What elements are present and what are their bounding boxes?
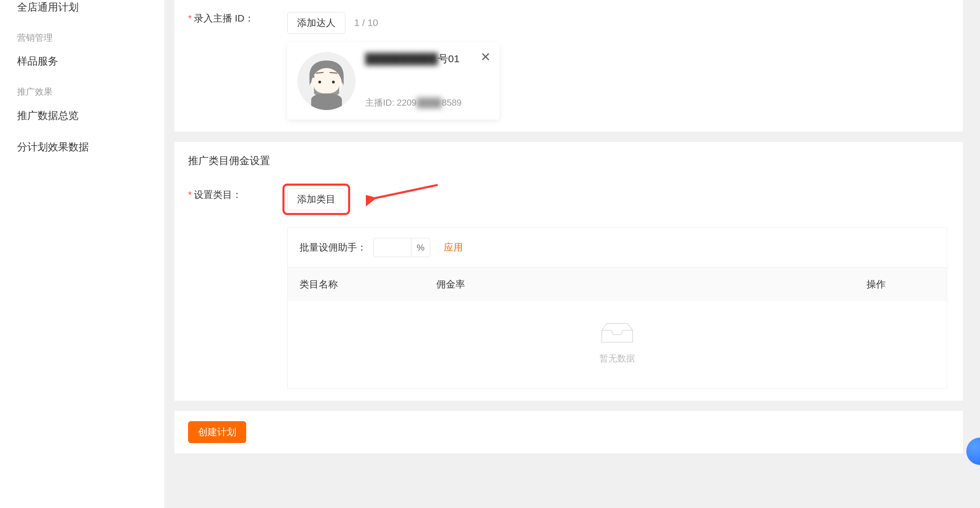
main-content: * 录入主播 ID： 添加达人 1 / 10 [164,0,980,508]
kol-card: ██████████号01 主播ID: 2209████8589 ✕ [287,42,499,120]
th-category-name: 类目名称 [299,278,436,291]
empty-text: 暂无数据 [600,352,635,364]
sidebar-item-plan-data[interactable]: 分计划效果数据 [17,140,164,171]
sidebar-item-store-plan[interactable]: 全店通用计划 [17,0,164,32]
batch-commission-input[interactable] [374,238,411,257]
footer-panel: 创建计划 [174,411,963,453]
anchor-id-label: * 录入主播 ID： [188,12,277,25]
close-icon[interactable]: ✕ [480,51,491,63]
sidebar: 全店通用计划 营销管理 样品服务 推广效果 推广数据总览 分计划效果数据 [0,0,164,508]
th-commission-rate: 佣金率 [436,278,867,291]
kol-name-suffix: 号01 [438,53,460,64]
avatar-icon [298,52,356,110]
svg-point-2 [318,81,321,83]
sidebar-item-sample-service[interactable]: 样品服务 [17,54,164,86]
sidebar-item-promo-overview[interactable]: 推广数据总览 [17,108,164,140]
add-category-button[interactable]: 添加类目 [287,188,345,210]
anchor-id-label-text: 录入主播 ID： [194,12,254,25]
sidebar-section-marketing: 营销管理 [17,32,164,54]
anchor-id-panel: * 录入主播 ID： 添加达人 1 / 10 [174,0,963,132]
set-category-label-text: 设置类目： [194,188,242,202]
batch-commission-label: 批量设佣助手： [299,241,367,254]
create-plan-button[interactable]: 创建计划 [188,421,246,443]
kol-id-suffix: 8589 [442,97,461,108]
kol-counter: 1 / 10 [354,12,378,34]
required-star-icon: * [188,189,192,200]
category-table-panel: 批量设佣助手： % 应用 类目名称 佣金率 操作 [287,227,947,389]
empty-box-icon [598,318,636,346]
batch-commission-row: 批量设佣助手： % 应用 [288,228,947,268]
set-category-label: * 设置类目： [188,188,277,202]
add-kol-button[interactable]: 添加达人 [287,12,345,34]
table-header: 类目名称 佣金率 操作 [288,268,947,301]
percent-suffix: % [411,238,430,257]
required-star-icon: * [188,13,192,24]
empty-state: 暂无数据 [288,301,947,388]
commission-panel: 推广类目佣金设置 * 设置类目： 添加类目 [174,142,963,401]
commission-section-title: 推广类目佣金设置 [188,154,949,168]
kol-avatar [298,52,356,110]
th-operation: 操作 [867,278,935,291]
svg-point-3 [332,81,335,83]
apply-button[interactable]: 应用 [444,241,463,254]
sidebar-section-promotion: 推广效果 [17,86,164,108]
svg-line-4 [373,185,438,198]
kol-name-blurred: ██████████ [365,53,438,64]
kol-id-blurred: ████ [417,97,442,108]
kol-id-prefix: 主播ID: 2209 [365,97,417,108]
